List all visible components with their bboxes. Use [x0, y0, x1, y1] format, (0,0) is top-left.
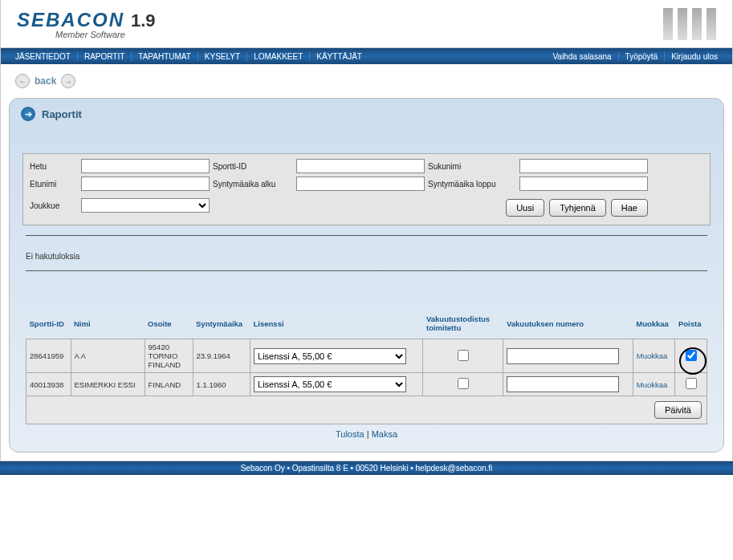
- footer-email[interactable]: helpdesk@sebacon.fi: [416, 464, 493, 473]
- cell-sportti-id: 40013938: [26, 373, 71, 396]
- cell-vakuutus-numero: [503, 339, 633, 373]
- table-row: 28641959 A A 95420 TORNIO FINLAND 23.9.1…: [26, 339, 707, 373]
- sukunimi-input[interactable]: [519, 159, 648, 173]
- footer-zip: 00520 Helsinki: [356, 464, 409, 473]
- synt-loppu-input[interactable]: [519, 177, 648, 191]
- lisenssi-select[interactable]: Lisenssi A, 55,00 €: [254, 376, 406, 392]
- cell-osoite: 95420 TORNIO FINLAND: [145, 339, 193, 373]
- cell-osoite: FINLAND: [145, 373, 193, 396]
- footer-company: Sebacon Oy: [241, 464, 285, 473]
- cell-sportti-id: 28641959: [26, 339, 71, 373]
- col-syntyma: Syntymäaika: [193, 311, 250, 339]
- results-table-wrap: Sportti-ID Nimi Osoite Syntymäaika Lisen…: [26, 311, 707, 444]
- cell-lisenssi: Lisenssi A, 55,00 €: [250, 339, 423, 373]
- maksa-link[interactable]: Maksa: [372, 429, 397, 439]
- results-table: Sportti-ID Nimi Osoite Syntymäaika Lisen…: [26, 311, 707, 424]
- cell-poista: [675, 339, 707, 373]
- nav-lomakkeet[interactable]: LOMAKKEET: [246, 52, 309, 61]
- filter-box: Hetu Sportti-ID Sukunimi Etunimi Syntymä…: [22, 153, 711, 225]
- cell-poista: [675, 373, 707, 396]
- col-vakuutus-toimitettu: Vakuutustodistus toimitettu: [423, 311, 503, 339]
- cell-vakuutus-toimitettu: [423, 373, 503, 396]
- app-window: SEBACON 1.9 Member Software JÄSENTIEDOT …: [0, 0, 733, 461]
- arrow-right-icon: ➔: [21, 107, 35, 121]
- label-synt-alku: Syntymäaika alku: [213, 180, 293, 189]
- brand-name: SEBACON: [17, 9, 124, 31]
- nav-raportit[interactable]: RAPORTIT: [77, 52, 131, 61]
- cell-lisenssi: Lisenssi A, 55,00 €: [250, 373, 423, 396]
- panel-title: Raportit: [42, 108, 82, 120]
- synt-alku-input[interactable]: [296, 177, 425, 191]
- nav-logout[interactable]: Kirjaudu ulos: [664, 52, 724, 61]
- nav-change-password[interactable]: Vaihda salasana: [546, 52, 617, 61]
- label-joukkue: Joukkue: [30, 201, 78, 210]
- update-row: Päivitä: [26, 396, 707, 424]
- nav-left: JÄSENTIEDOT RAPORTIT TAPAHTUMAT KYSELYT …: [9, 52, 369, 61]
- main-nav: JÄSENTIEDOT RAPORTIT TAPAHTUMAT KYSELYT …: [1, 48, 732, 64]
- col-lisenssi: Lisenssi: [250, 311, 423, 339]
- vakuutus-numero-input[interactable]: [507, 376, 619, 392]
- nav-right: Vaihda salasana Työpöytä Kirjaudu ulos: [546, 52, 724, 61]
- sportti-id-input[interactable]: [296, 159, 425, 173]
- col-muokkaa: Muokkaa: [633, 311, 675, 339]
- cell-vakuutus-toimitettu: [423, 339, 503, 373]
- brand: SEBACON 1.9 Member Software: [17, 9, 156, 39]
- footer-addr: Opastinsilta 8 E: [292, 464, 348, 473]
- vakuutus-numero-input[interactable]: [507, 348, 619, 364]
- uusi-button[interactable]: Uusi: [506, 199, 544, 217]
- footer: Sebacon Oy • Opastinsilta 8 E • 00520 He…: [0, 461, 733, 475]
- nav-jasentiedot[interactable]: JÄSENTIEDOT: [9, 52, 77, 61]
- nav-tapahtumat[interactable]: TAPAHTUMAT: [131, 52, 198, 61]
- table-row: 40013938 ESIMERKKI ESSI FINLAND 1.1.1960…: [26, 373, 707, 396]
- cell-nimi: A A: [71, 339, 145, 373]
- brand-subtitle: Member Software: [55, 30, 156, 39]
- bottom-links: Tulosta | Maksa: [26, 424, 707, 444]
- vakuutus-toimitettu-checkbox[interactable]: [458, 378, 469, 389]
- header: SEBACON 1.9 Member Software: [1, 0, 732, 48]
- col-sportti-id: Sportti-ID: [26, 311, 71, 339]
- breadcrumb: ← back →: [1, 64, 732, 98]
- brand-version: 1.9: [131, 10, 156, 31]
- cell-syntyma: 1.1.1960: [193, 373, 250, 396]
- cell-syntyma: 23.9.1964: [193, 339, 250, 373]
- header-decoration: [663, 8, 716, 40]
- label-sukunimi: Sukunimi: [428, 162, 516, 171]
- empty-results-text: Ei hakutuloksia: [26, 252, 707, 261]
- panel-header: ➔ Raportit: [10, 99, 723, 129]
- cell-vakuutus-numero: [503, 373, 633, 396]
- muokkaa-link[interactable]: Muokkaa: [637, 380, 668, 389]
- tulosta-link[interactable]: Tulosta: [336, 429, 364, 439]
- report-panel: ➔ Raportit Hetu Sportti-ID Sukunimi Etun…: [9, 98, 724, 452]
- separator: [26, 235, 707, 236]
- col-osoite: Osoite: [145, 311, 193, 339]
- back-icon[interactable]: ←: [15, 74, 30, 88]
- label-hetu: Hetu: [30, 162, 78, 171]
- col-nimi: Nimi: [71, 311, 145, 339]
- nav-kayttajat[interactable]: KÄYTTÄJÄT: [309, 52, 369, 61]
- tyhjenna-button[interactable]: Tyhjennä: [549, 199, 606, 217]
- forward-icon[interactable]: →: [61, 74, 75, 88]
- vakuutus-toimitettu-checkbox[interactable]: [458, 350, 469, 361]
- highlight-mark: [686, 354, 697, 363]
- nav-kyselyt[interactable]: KYSELYT: [198, 52, 246, 61]
- label-sportti-id: Sportti-ID: [213, 162, 293, 171]
- muokkaa-link[interactable]: Muokkaa: [637, 351, 668, 360]
- poista-checkbox[interactable]: [686, 378, 697, 389]
- cell-muokkaa: Muokkaa: [633, 373, 675, 396]
- hetu-input[interactable]: [81, 159, 210, 173]
- etunimi-input[interactable]: [81, 177, 210, 191]
- col-vakuutus-numero: Vakuutuksen numero: [503, 311, 633, 339]
- label-etunimi: Etunimi: [30, 180, 78, 189]
- nav-desktop[interactable]: Työpöytä: [618, 52, 665, 61]
- cell-nimi: ESIMERKKI ESSI: [71, 373, 145, 396]
- separator: [26, 270, 707, 271]
- col-poista: Poista: [675, 311, 707, 339]
- poista-checkbox[interactable]: [686, 350, 697, 361]
- cell-muokkaa: Muokkaa: [633, 339, 675, 373]
- paivita-button[interactable]: Päivitä: [654, 401, 702, 419]
- hae-button[interactable]: Hae: [611, 199, 648, 217]
- label-synt-loppu: Syntymäaika loppu: [428, 180, 516, 189]
- joukkue-select[interactable]: [81, 198, 210, 213]
- lisenssi-select[interactable]: Lisenssi A, 55,00 €: [254, 348, 406, 364]
- back-label[interactable]: back: [35, 75, 56, 87]
